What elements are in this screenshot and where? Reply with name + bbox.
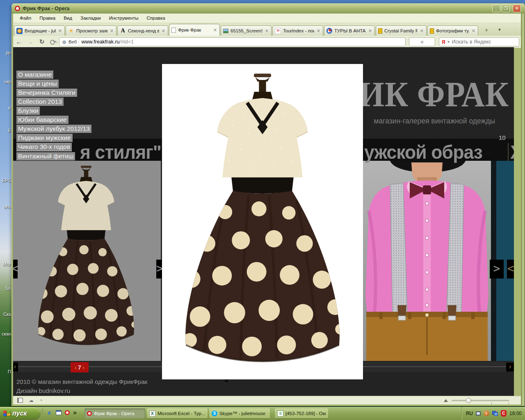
zoom-slider-handle[interactable] — [466, 398, 471, 403]
nav-link-6[interactable]: Мужской лукбук 2012/13 — [16, 125, 91, 133]
key-icon[interactable] — [50, 40, 56, 43]
reload-button[interactable]: ↻ — [36, 38, 48, 46]
tab-2[interactable]: Секонд-хенд в...✕ — [117, 25, 168, 36]
tab-list-dropdown[interactable]: ▼ — [495, 25, 504, 34]
antivirus-shield-icon[interactable]: C — [501, 410, 507, 417]
tab-close-icon[interactable]: ✕ — [58, 28, 62, 34]
tab-3[interactable]: Фрик Фрак✕ — [169, 24, 220, 36]
desktop-icon-label[interactable]: EPS — [0, 178, 11, 183]
tab-0[interactable]: Входящие - juli...✕ — [14, 25, 65, 36]
tab-close-icon[interactable]: ✕ — [368, 28, 372, 34]
start-button[interactable]: пуск — [0, 408, 40, 419]
carousel-slide-dress[interactable] — [13, 161, 161, 361]
network-icon[interactable] — [492, 411, 498, 416]
tab-close-icon[interactable]: ✕ — [213, 27, 217, 33]
desktop-icon-label[interactable]: Е — [0, 128, 11, 133]
display-settings-icon[interactable] — [476, 411, 481, 415]
carousel-slide-man[interactable] — [363, 161, 491, 361]
task-label: [453-752-189] - Окн... — [285, 411, 326, 416]
tab-label: Просмотр заявок — [76, 28, 107, 33]
desktop-icon-label[interactable]: П — [0, 369, 11, 374]
taskbar-button-0[interactable]: Фрик Фрак - Opera — [84, 409, 145, 418]
panel-toggle-icon[interactable] — [17, 398, 23, 403]
desktop-icon-label[interactable]: К — [0, 106, 11, 111]
menu-item-4[interactable]: Инструменты — [105, 14, 143, 22]
search-engine-dropdown[interactable]: ▼ — [447, 40, 450, 44]
menu-item-2[interactable]: Вид — [59, 14, 76, 22]
desktop-icon-label[interactable]: Moz — [0, 262, 11, 267]
bookmark-star-button[interactable]: ★ — [409, 37, 435, 46]
fit-width-toggle[interactable] — [444, 399, 448, 402]
tab-close-icon[interactable]: ✕ — [265, 28, 269, 34]
tab-close-icon[interactable]: ✕ — [110, 28, 114, 34]
nav-link-0[interactable]: О магазине — [16, 71, 53, 79]
taskbar-button-2[interactable]: Skype™ - julietmouse — [209, 409, 270, 418]
pagination-next-button[interactable]: › — [506, 363, 514, 372]
task-label: Skype™ - julietmouse — [219, 411, 265, 416]
search-field[interactable]: ▼ — [439, 37, 519, 46]
carousel-prev-arrow-left-slide[interactable]: < — [13, 260, 18, 278]
menu-item-5[interactable]: Справка — [142, 14, 169, 22]
freakfrak-page: Фрик Фрак магазин-галерея винтажной одеж… — [13, 47, 514, 396]
footer-design-credit[interactable]: Дизайн budnikov.ru — [16, 386, 147, 395]
maximize-button[interactable]: ❐ — [502, 5, 510, 12]
carousel-prev-arrow-next-slide[interactable]: < — [507, 260, 514, 278]
tab-close-icon[interactable]: ✕ — [471, 28, 476, 34]
forward-button[interactable]: → — [25, 38, 36, 45]
desktop-icon-label[interactable]: Ска — [0, 312, 11, 317]
tab-8[interactable]: Фотографии ту...✕ — [427, 25, 478, 36]
tab-close-icon[interactable]: ✕ — [161, 28, 166, 34]
new-tab-button[interactable]: + — [482, 25, 491, 34]
zoom-slider[interactable] — [452, 400, 509, 401]
turbo-icon[interactable]: ◔ — [39, 397, 42, 403]
tab-close-icon[interactable]: ✕ — [316, 28, 321, 34]
toolbar-grip[interactable] — [42, 409, 43, 417]
minimize-button[interactable]: _ — [492, 5, 500, 12]
nav-link-8[interactable]: Чикаго 30-х годов — [16, 143, 72, 151]
tab-4[interactable]: 65155_ScreenS...✕ — [221, 25, 272, 36]
nav-link-4[interactable]: Блузки — [16, 107, 40, 115]
opera-quicklaunch-icon[interactable] — [65, 410, 70, 415]
taskbar-button-3[interactable]: [453-752-189] - Окн... — [275, 409, 328, 418]
internet-explorer-icon[interactable] — [46, 410, 52, 416]
nav-link-5[interactable]: Юбки баварские — [16, 116, 68, 124]
menu-bar: ФайлПравкаВидЗакладкиИнструментыСправка — [13, 14, 521, 23]
carousel-next-arrow-left-slide[interactable]: > — [156, 260, 162, 278]
nav-link-7[interactable]: Пиджаки мужские — [16, 134, 73, 142]
nav-link-2[interactable]: Вечеринка Стиляги — [16, 89, 77, 97]
menu-item-3[interactable]: Закладки — [76, 14, 105, 22]
nav-link-9[interactable]: Винтажный фетиш — [16, 152, 75, 160]
menu-item-0[interactable]: Файл — [16, 14, 35, 22]
desktop-icon-label[interactable]: pho — [0, 204, 11, 209]
pagination-current-badge[interactable]: ‹ 7 › — [71, 362, 89, 372]
tab-7[interactable]: Crystal Family R...✕ — [376, 25, 427, 36]
show-desktop-icon[interactable] — [56, 410, 62, 415]
desktop-icon-label[interactable]: скан — [0, 331, 11, 336]
quicklaunch-overflow-chevron[interactable]: » — [73, 409, 77, 416]
desktop-icon-label[interactable]: Sh — [0, 286, 11, 291]
agent-tray-icon[interactable]: ‹ — [484, 411, 489, 416]
tab-close-icon[interactable]: ✕ — [420, 28, 424, 34]
tab-5[interactable]: TourIndex - пои...✕ — [272, 25, 323, 36]
carousel-next-arrow-right-slide[interactable]: > — [490, 260, 504, 278]
tab-label: Секонд-хенд в... — [128, 28, 159, 33]
url-field[interactable]: ⊕ Веб www.freakfrak.ru/#id=1 — [59, 37, 406, 46]
desktop-icon-label[interactable]: до — [0, 50, 11, 55]
badge-prev-arrow[interactable]: ‹ — [75, 364, 77, 370]
tab-6[interactable]: ТУРЫ В АНТАЛ...✕ — [324, 25, 375, 36]
pagination-prev-button[interactable]: ‹ — [13, 363, 18, 372]
menu-item-1[interactable]: Правка — [35, 14, 59, 22]
taskbar-button-1[interactable]: Microsoft Excel - Тур... — [147, 409, 208, 418]
window-titlebar[interactable]: Фрик Фрак - Opera — [11, 3, 525, 14]
close-button[interactable]: ✕ — [513, 5, 521, 12]
search-input[interactable] — [452, 39, 501, 45]
cloud-icon[interactable]: ☁ — [29, 397, 34, 403]
language-indicator[interactable]: RU — [466, 411, 473, 416]
badge-next-arrow[interactable]: › — [82, 364, 84, 370]
desktop-icon-label[interactable]: окр — [0, 79, 11, 84]
lightbox-photo[interactable] — [162, 64, 363, 379]
back-button[interactable]: ← — [13, 38, 25, 45]
nav-link-1[interactable]: Вещи и цены — [16, 80, 59, 88]
tab-1[interactable]: Просмотр заявок✕ — [66, 25, 116, 36]
nav-link-3[interactable]: Collection 2013 — [16, 98, 64, 106]
